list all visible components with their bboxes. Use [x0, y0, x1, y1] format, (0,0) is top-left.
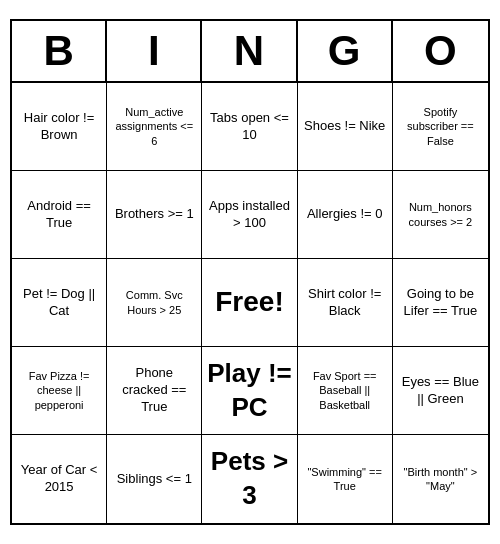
bingo-cell-13: Shirt color != Black [298, 259, 393, 347]
bingo-cell-17: Play != PC [202, 347, 297, 435]
bingo-header: BINGO [12, 21, 488, 83]
bingo-cell-24: "Birth month" > "May" [393, 435, 488, 523]
bingo-cell-22: Pets > 3 [202, 435, 297, 523]
bingo-cell-11: Comm. Svc Hours > 25 [107, 259, 202, 347]
header-letter-B: B [12, 21, 107, 81]
bingo-cell-4: Spotify subscriber == False [393, 83, 488, 171]
bingo-cell-14: Going to be Lifer == True [393, 259, 488, 347]
header-letter-N: N [202, 21, 297, 81]
bingo-cell-10: Pet != Dog || Cat [12, 259, 107, 347]
bingo-cell-6: Brothers >= 1 [107, 171, 202, 259]
bingo-cell-15: Fav Pizza != cheese || pepperoni [12, 347, 107, 435]
bingo-cell-20: Year of Car < 2015 [12, 435, 107, 523]
bingo-cell-18: Fav Sport == Baseball || Basketball [298, 347, 393, 435]
bingo-cell-19: Eyes == Blue || Green [393, 347, 488, 435]
bingo-cell-8: Allergies != 0 [298, 171, 393, 259]
header-letter-G: G [298, 21, 393, 81]
bingo-cell-9: Num_honors courses >= 2 [393, 171, 488, 259]
header-letter-I: I [107, 21, 202, 81]
bingo-cell-21: Siblings <= 1 [107, 435, 202, 523]
bingo-cell-1: Num_active assignments <= 6 [107, 83, 202, 171]
bingo-cell-2: Tabs open <= 10 [202, 83, 297, 171]
bingo-cell-5: Android == True [12, 171, 107, 259]
bingo-cell-16: Phone cracked == True [107, 347, 202, 435]
bingo-cell-7: Apps installed > 100 [202, 171, 297, 259]
bingo-grid: Hair color != BrownNum_active assignment… [12, 83, 488, 523]
bingo-card: BINGO Hair color != BrownNum_active assi… [10, 19, 490, 525]
header-letter-O: O [393, 21, 488, 81]
bingo-cell-23: "Swimming" == True [298, 435, 393, 523]
bingo-cell-3: Shoes != Nike [298, 83, 393, 171]
bingo-cell-12: Free! [202, 259, 297, 347]
bingo-cell-0: Hair color != Brown [12, 83, 107, 171]
